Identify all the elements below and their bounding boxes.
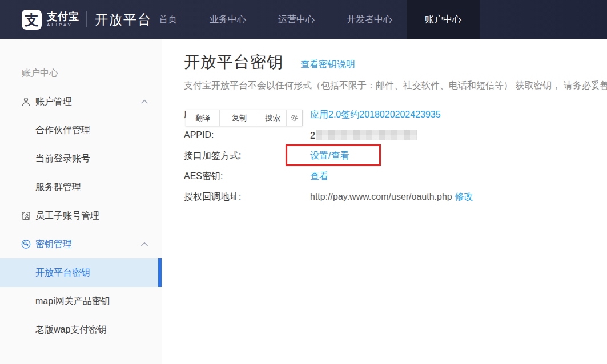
context-menu-popup: 翻译 复制 搜索 bbox=[186, 110, 303, 126]
modify-callback-link[interactable]: 修改 bbox=[455, 192, 473, 201]
nav-item-account-center[interactable]: 账户中心 bbox=[407, 0, 480, 39]
sidebar-item-label: 员工子账号管理 bbox=[35, 211, 99, 220]
sidebar-item-label: 密钥管理 bbox=[35, 239, 72, 249]
sign-method-row: 接口加签方式: 设置/查看 bbox=[184, 149, 607, 162]
brand-divider bbox=[86, 11, 87, 27]
sidebar-item-service-group-management[interactable]: 服务群管理 bbox=[0, 173, 162, 201]
brand-name-en: ALIPAY bbox=[47, 22, 79, 28]
translate-button[interactable]: 翻译 bbox=[186, 110, 219, 126]
sidebar-item-legacy-wap-pay-keys[interactable]: 老版wap支付密钥 bbox=[0, 316, 162, 344]
search-button[interactable]: 搜索 bbox=[259, 110, 286, 126]
copy-button[interactable]: 复制 bbox=[219, 110, 259, 126]
gear-icon bbox=[290, 114, 299, 122]
chevron-up-icon[interactable] bbox=[140, 99, 148, 104]
sidebar-item-current-login-account[interactable]: 当前登录账号 bbox=[0, 144, 162, 173]
brand-text: 支付宝 ALIPAY bbox=[47, 11, 79, 28]
nav-item-home[interactable]: 首页 bbox=[159, 0, 177, 39]
sidebar-item-label: 合作伙伴管理 bbox=[35, 125, 90, 135]
brand: 支 支付宝 ALIPAY 开放平台 bbox=[22, 0, 152, 39]
page-title: 开放平台密钥 bbox=[184, 51, 283, 73]
sidebar-item-label: 当前登录账号 bbox=[35, 153, 90, 163]
app-name-link[interactable]: 应用2.0签约2018020202423935 bbox=[310, 110, 441, 119]
view-aes-link[interactable]: 查看 bbox=[310, 171, 328, 181]
alipay-logo-icon: 支 bbox=[22, 10, 42, 30]
view-key-instructions-link[interactable]: 查看密钥说明 bbox=[300, 59, 355, 71]
nav-item-operation-center[interactable]: 运营中心 bbox=[278, 0, 315, 39]
sidebar-item-account-management[interactable]: 账户管理 bbox=[0, 87, 162, 116]
gear-button[interactable] bbox=[286, 110, 302, 126]
sidebar-item-partner-management[interactable]: 合作伙伴管理 bbox=[0, 116, 162, 144]
key-circle-icon bbox=[21, 239, 31, 250]
sidebar-item-open-platform-keys[interactable]: 开放平台密钥 bbox=[0, 258, 162, 287]
nav-item-business-center[interactable]: 业务中心 bbox=[210, 0, 246, 39]
chevron-up-icon[interactable] bbox=[140, 242, 148, 247]
callback-url-row: 授权回调地址: http://pay.www.com/user/oauth.ph… bbox=[184, 191, 607, 203]
user-icon bbox=[21, 96, 31, 107]
main-content: 开放平台密钥 查看密钥说明 支付宝开放平台不会以任何形式（包括不限于：邮件、社交… bbox=[162, 39, 607, 364]
callback-url-label: 授权回调地址: bbox=[184, 191, 310, 203]
sidebar-item-label: 账户管理 bbox=[35, 96, 72, 106]
sidebar-item-key-management[interactable]: 密钥管理 bbox=[0, 230, 162, 258]
sidebar-item-mapi-gateway-keys[interactable]: mapi网关产品密钥 bbox=[0, 287, 162, 316]
censored-mosaic bbox=[316, 130, 417, 140]
product-name: 开放平台 bbox=[95, 11, 152, 29]
sidebar-item-label: 开放平台密钥 bbox=[35, 268, 90, 277]
sidebar-section-title: 账户中心 bbox=[0, 59, 162, 87]
active-item-indicator-bar bbox=[158, 258, 162, 287]
sidebar-item-label: mapi网关产品密钥 bbox=[35, 296, 110, 306]
aes-key-row: AES密钥: 查看 bbox=[184, 170, 607, 183]
callback-url-value: http://pay.www.com/user/oauth.php bbox=[310, 192, 452, 201]
brand-name: 支付宝 bbox=[47, 11, 79, 22]
sidebar-item-label: 老版wap支付密钥 bbox=[35, 325, 107, 334]
sidebar: 账户中心 账户管理 合作伙伴管理 当前登录账号 服务群管理 员工子账号管理 bbox=[0, 39, 162, 364]
set-view-sign-link[interactable]: 设置/查看 bbox=[310, 151, 349, 160]
appid-label: APPID: bbox=[184, 130, 310, 140]
sidebar-item-staff-subaccount-management[interactable]: 员工子账号管理 bbox=[0, 201, 162, 230]
staff-badge-icon bbox=[21, 211, 31, 221]
aes-key-label: AES密钥: bbox=[184, 171, 310, 183]
sidebar-item-label: 服务群管理 bbox=[35, 182, 81, 192]
appid-value: 2 bbox=[310, 130, 417, 141]
security-notice-text: 支付宝开放平台不会以任何形式（包括不限于：邮件、社交软件、电话和短信等） 获取密… bbox=[184, 80, 607, 92]
nav-item-developer-center[interactable]: 开发者中心 bbox=[347, 0, 392, 39]
top-navbar: 支 支付宝 ALIPAY 开放平台 首页 业务中心 运营中心 开发者中心 账户中… bbox=[0, 0, 607, 39]
appid-row: APPID: 2 bbox=[184, 129, 607, 141]
